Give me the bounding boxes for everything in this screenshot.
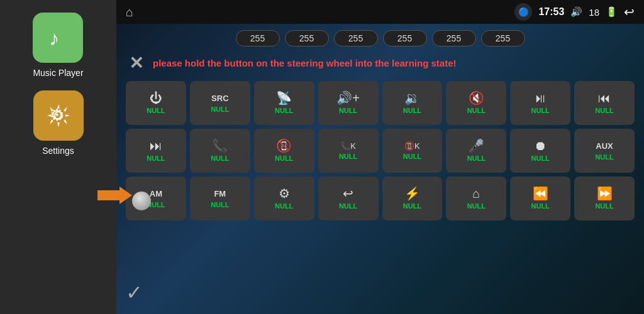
home-icon[interactable]: ⌂	[126, 5, 133, 19]
btn-back[interactable]: ↩ NULL	[318, 176, 379, 220]
content-area: 255 255 255 255 255 255 ✕ please hold th…	[116, 24, 644, 314]
btn-vol-up[interactable]: 🔊+ NULL	[318, 81, 379, 125]
settings-label: Settings	[42, 146, 74, 156]
aux-icon: AUX	[596, 141, 613, 151]
btn-src-label: NULL	[211, 106, 229, 113]
mic-icon: 🎤	[469, 139, 484, 152]
btn-record-label: NULL	[531, 154, 550, 162]
time-display: 17:53	[538, 6, 564, 18]
btn-rewind-label: NULL	[531, 202, 550, 210]
btn-play-pause-label: NULL	[531, 107, 550, 114]
btn-call-end-label: NULL	[275, 154, 293, 162]
music-player-icon: ♪	[33, 13, 83, 63]
btn-fm[interactable]: FM NULL	[190, 176, 250, 220]
vol-up-icon: 🔊+	[336, 92, 360, 104]
btn-play-pause[interactable]: ⏯ NULL	[510, 81, 570, 125]
prev-icon: ⏮	[598, 92, 611, 104]
btn-call[interactable]: 📞 NULL	[190, 129, 250, 173]
confirm-button[interactable]: ✓	[126, 281, 143, 305]
settings-gear-icon: ⚙	[279, 187, 290, 200]
btn-vol-up-label: NULL	[339, 107, 357, 114]
back-icon[interactable]: ↩	[624, 4, 635, 19]
home-btn-icon: ⌂	[472, 187, 480, 200]
gps-icon: 📡	[276, 92, 292, 104]
mute-icon: 🔇	[469, 92, 484, 104]
btn-call-end-k[interactable]: 📵K NULL	[382, 129, 443, 173]
am-icon: AM	[150, 189, 162, 198]
cancel-button[interactable]: ✕	[129, 53, 143, 73]
call-k-icon: 📞K	[340, 142, 356, 150]
btn-mute[interactable]: 🔇 NULL	[446, 81, 506, 125]
svg-text:♪: ♪	[49, 27, 59, 50]
main-panel: ⌂ 🔵 17:53 🔊 18 🔋 ↩ 255 255 255 255 255 2…	[116, 0, 644, 314]
vol-down-icon: 🔉	[404, 92, 420, 104]
btn-power[interactable]: ⏻ NULL	[126, 81, 186, 125]
pills-row: 255 255 255 255 255 255	[126, 30, 635, 46]
forward-icon: ⏩	[597, 187, 613, 200]
instruction-text: please hold the button on the steering w…	[153, 58, 457, 68]
svg-text:⚙: ⚙	[50, 106, 64, 124]
btn-aux[interactable]: AUX NULL	[574, 129, 635, 173]
pill-1: 255	[285, 30, 329, 46]
btn-mic-label: NULL	[467, 154, 486, 162]
btn-call-label: NULL	[211, 154, 229, 162]
button-row-1: ⏻ NULL SRC NULL 📡 NULL 🔊+ NULL 🔉	[126, 81, 635, 125]
btn-back-label: NULL	[339, 202, 357, 210]
btn-home-label: NULL	[467, 202, 486, 210]
rewind-icon: ⏪	[533, 187, 548, 200]
pill-3: 255	[383, 30, 427, 46]
back-arrow-icon: ↩	[343, 187, 353, 200]
settings-icon: ⚙	[33, 90, 84, 141]
bluetooth-icon: ⚡	[404, 187, 420, 200]
btn-call-end[interactable]: 📵 NULL	[254, 129, 314, 173]
btn-call-k-label: NULL	[339, 153, 357, 160]
btn-prev[interactable]: ⏮ NULL	[574, 81, 635, 125]
pill-4: 255	[432, 30, 476, 46]
btn-vol-down[interactable]: 🔉 NULL	[382, 81, 443, 125]
next-icon: ⏭	[150, 139, 162, 152]
instruction-row: ✕ please hold the button on the steering…	[126, 53, 635, 73]
btn-power-label: NULL	[147, 107, 165, 114]
btn-forward[interactable]: ⏩ NULL	[574, 176, 635, 220]
btn-settings-label: NULL	[275, 202, 293, 210]
svg-marker-4	[97, 187, 132, 204]
pill-5: 255	[481, 30, 525, 46]
btn-call-k[interactable]: 📞K NULL	[318, 129, 379, 173]
btn-home[interactable]: ⌂ NULL	[446, 176, 506, 220]
play-pause-icon: ⏯	[534, 92, 547, 104]
record-icon: ⏺	[534, 139, 547, 152]
btn-prev-label: NULL	[595, 107, 613, 114]
button-row-2: ⏭ NULL 📞 NULL 📵 NULL 📞K NULL 📵K	[126, 129, 635, 173]
sidebar: ♪ Music Player ⚙ Settings	[0, 0, 116, 314]
nav-circle-icon: 🔵	[514, 3, 532, 21]
btn-bluetooth[interactable]: ⚡ NULL	[382, 176, 443, 220]
arrow-indicator	[97, 185, 129, 204]
scroll-knob[interactable]	[132, 192, 151, 210]
btn-forward-label: NULL	[595, 202, 613, 210]
music-player-label: Music Player	[33, 68, 83, 78]
btn-next[interactable]: ⏭ NULL	[126, 129, 186, 173]
battery-icon: 🔋	[606, 6, 618, 18]
volume-level: 18	[589, 7, 599, 18]
btn-rewind[interactable]: ⏪ NULL	[510, 176, 570, 220]
pill-0: 255	[236, 30, 280, 46]
btn-mute-label: NULL	[467, 107, 486, 114]
btn-fm-label: NULL	[211, 201, 229, 208]
button-grid: ⏻ NULL SRC NULL 📡 NULL 🔊+ NULL 🔉	[126, 81, 635, 220]
btn-settings[interactable]: ⚙ NULL	[254, 176, 314, 220]
pill-2: 255	[334, 30, 378, 46]
btn-src[interactable]: SRC NULL	[190, 81, 250, 125]
btn-bluetooth-label: NULL	[403, 202, 421, 210]
btn-gps[interactable]: 📡 NULL	[254, 81, 314, 125]
status-bar: ⌂ 🔵 17:53 🔊 18 🔋 ↩	[116, 0, 644, 24]
btn-aux-label: NULL	[595, 153, 613, 161]
fm-icon: FM	[214, 189, 226, 198]
src-icon: SRC	[211, 94, 228, 103]
music-player-app[interactable]: ♪ Music Player	[33, 13, 83, 78]
power-icon: ⏻	[150, 92, 162, 104]
btn-mic[interactable]: 🎤 NULL	[446, 129, 506, 173]
settings-app[interactable]: ⚙ Settings	[33, 90, 84, 156]
btn-record[interactable]: ⏺ NULL	[510, 129, 570, 173]
btn-next-label: NULL	[147, 154, 165, 162]
btn-gps-label: NULL	[275, 107, 293, 114]
